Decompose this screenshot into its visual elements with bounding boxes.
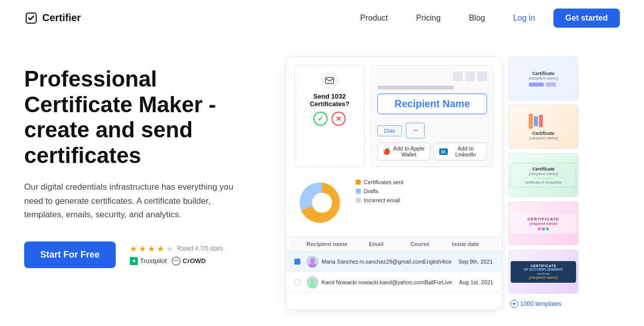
td-name-1: Maria Sanchez <box>306 256 359 268</box>
th-date: Issue date <box>452 241 494 247</box>
tpl-label-1: {recipient name} <box>529 76 558 80</box>
logo-text: Certifier <box>42 12 81 24</box>
editor-toolbar <box>377 71 487 82</box>
trustpilot-icon: ★ <box>130 257 138 265</box>
td-checkbox-1[interactable] <box>294 259 306 265</box>
star-rating: ★ ★ ★ ★ ★ Rated 4.7/5 stars <box>130 244 223 254</box>
dashboard-top: Send 1032 Certificates? ✓ ✕ Recipient Na… <box>286 57 502 175</box>
td-email-1: m.sanchez29@gmail.com <box>359 259 423 265</box>
td-checkbox-2[interactable] <box>294 279 306 285</box>
tpl-title-5: CERTIFICATE <box>514 264 573 268</box>
tpl-title-3: Certificate <box>514 167 573 172</box>
template-card-1[interactable]: Certificate {recipient name} <box>508 56 579 101</box>
envelope-icon <box>325 77 334 84</box>
more-templates-button[interactable]: + 1000 templates <box>508 298 579 310</box>
tool-3[interactable] <box>477 71 487 82</box>
tool-2[interactable] <box>465 71 475 82</box>
apple-icon: 🍎 <box>383 148 390 155</box>
tpl-title-4: CERTIFICATE <box>514 217 573 221</box>
nav-pricing[interactable]: Pricing <box>402 14 455 23</box>
template-card-3[interactable]: Certificate {recipient name} certificate… <box>508 153 579 197</box>
editor-placeholder-line <box>377 86 454 90</box>
recipient-editor: Recipient Name Date ~ 🍎 Add to Apple Wal… <box>371 65 494 167</box>
tpl-title-1: Certificate <box>529 71 558 76</box>
tool-1[interactable] <box>453 71 463 82</box>
legend-sent-label: Certificates sent <box>364 179 404 185</box>
th-email: Email <box>369 241 411 247</box>
td-name-2: Karol Nowacki <box>306 276 358 288</box>
confirm-send-button[interactable]: ✓ <box>313 112 328 126</box>
tpl-label-5: {recipient name} <box>514 275 573 280</box>
recipient-name-field[interactable]: Recipient Name <box>377 94 487 114</box>
send-popup: Send 1032 Certificates? ✓ ✕ <box>294 65 365 167</box>
star-3: ★ <box>148 244 155 254</box>
signature-field: ~ <box>406 123 425 138</box>
trustpilot-logo: ★ Trustpilot <box>130 257 167 265</box>
send-title: Send 1032 Certificates? <box>303 93 356 108</box>
template-inner-3: Certificate {recipient name} certificate… <box>509 153 578 197</box>
apple-wallet-label: Add to Apple Wallet <box>392 145 425 157</box>
legend-incorrect: Incorrect email <box>356 197 404 203</box>
avatar-1 <box>306 256 318 268</box>
th-course: Course <box>411 241 452 247</box>
send-actions: ✓ ✕ <box>303 112 356 126</box>
cta-area: Start For Free ★ ★ ★ ★ ★ Rated 4.7/5 sta… <box>24 241 266 268</box>
trustpilot-label: Trustpilot <box>140 257 167 265</box>
nav-product[interactable]: Product <box>346 14 402 23</box>
templates-panel: Certificate {recipient name} <box>508 56 579 310</box>
tpl-title-2: Certificate <box>529 131 558 136</box>
templates-count-label: 1000 templates <box>520 300 561 307</box>
linkedin-icon: in <box>439 148 448 155</box>
template-card-5[interactable]: CERTIFICATE OF ACCOMPLISHMENT certificat… <box>508 250 579 294</box>
legend-drafts-label: Drafts <box>364 188 378 194</box>
svg-point-7 <box>310 279 315 284</box>
plus-icon: + <box>510 300 518 308</box>
template-inner-1: Certificate {recipient name} <box>509 57 578 100</box>
template-card-4[interactable]: CERTIFICATE {inspired name} <box>508 201 579 246</box>
crowd-icon <box>172 257 181 266</box>
pie-chart <box>294 175 350 230</box>
nav-login[interactable]: Log in <box>499 14 549 23</box>
share-actions: 🍎 Add to Apple Wallet in Add to LinkedIn <box>377 142 487 160</box>
header: Certifier Product Pricing Blog Log in Ge… <box>0 0 644 36</box>
legend-incorrect-label: Incorrect email <box>364 197 400 203</box>
dashboard-mid: Certificates sent Drafts Incorrect email <box>286 175 502 236</box>
td-course-1: English4Ice <box>423 259 458 265</box>
svg-rect-2 <box>326 77 334 84</box>
name-2: Karol Nowacki <box>321 279 357 285</box>
td-date-1: Sep 9th, 2021 <box>458 259 494 265</box>
avatar-2 <box>306 276 318 288</box>
add-to-apple-wallet-button[interactable]: 🍎 Add to Apple Wallet <box>377 142 431 160</box>
trust-area: ★ ★ ★ ★ ★ Rated 4.7/5 stars ★ Trustpilot <box>130 244 223 266</box>
add-to-linkedin-button[interactable]: in Add to LinkedIn <box>434 142 487 160</box>
th-checkbox <box>294 241 306 247</box>
rated-text: Rated 4.7/5 stars <box>177 245 223 252</box>
legend-dot-drafts <box>356 189 361 194</box>
start-for-free-button[interactable]: Start For Free <box>24 241 116 268</box>
recipients-table: Recipient name Email Course Issue date M… <box>286 236 502 293</box>
hero-right: Send 1032 Certificates? ✓ ✕ Recipient Na… <box>286 56 620 310</box>
td-course-2: BallForLive <box>425 279 459 285</box>
main-content: Professional Certificate Maker - create … <box>0 36 644 326</box>
template-inner-5: CERTIFICATE OF ACCOMPLISHMENT certificat… <box>509 250 578 293</box>
nav-blog[interactable]: Blog <box>455 14 499 23</box>
linkedin-label: Add to LinkedIn <box>450 145 481 157</box>
td-date-2: Aug 1st, 2021 <box>459 279 494 285</box>
star-1: ★ <box>130 244 137 254</box>
star-2: ★ <box>139 244 146 254</box>
hero-subtext: Our digital credentials infrastructure h… <box>24 180 240 221</box>
legend-sent: Certificates sent <box>356 179 404 185</box>
template-card-2[interactable]: Certificate {recipient name} <box>508 105 579 149</box>
date-signature-row: Date ~ <box>377 123 487 138</box>
td-email-2: nowacki.karol@yahoo.com <box>358 279 425 285</box>
trust-logos: ★ Trustpilot CrOWD <box>130 257 223 266</box>
cancel-send-button[interactable]: ✕ <box>332 112 346 126</box>
svg-point-1 <box>172 257 180 265</box>
star-5: ★ <box>166 244 173 254</box>
crowd-logo: CrOWD <box>172 257 206 266</box>
svg-point-5 <box>310 258 315 263</box>
th-name: Recipient name <box>306 241 369 247</box>
table-header: Recipient name Email Course Issue date <box>286 237 502 252</box>
date-field[interactable]: Date <box>377 125 402 136</box>
get-started-button[interactable]: Get started <box>553 9 620 28</box>
